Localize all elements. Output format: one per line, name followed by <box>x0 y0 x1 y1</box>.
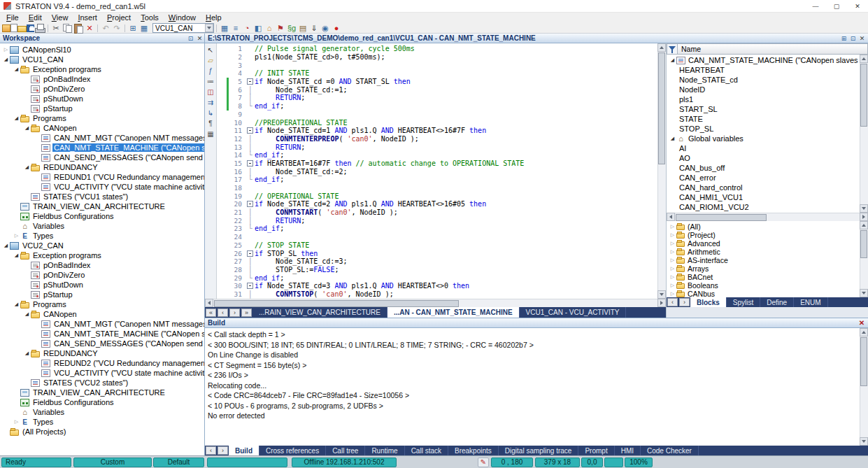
code-line[interactable]: 7│ RETURN; <box>217 94 657 102</box>
tree-item-vcu2-can[interactable]: ◢VCU2_CAN <box>0 241 204 250</box>
output-tab-prompt[interactable]: Prompt <box>578 446 614 455</box>
flag-icon[interactable]: ⚑ <box>275 23 286 33</box>
block-group-all[interactable]: ▷(All) <box>667 222 860 231</box>
fold-marker[interactable] <box>246 250 255 257</box>
scroll-thumb[interactable] <box>214 300 459 307</box>
menu-window[interactable]: Window <box>164 13 201 23</box>
block-group-booleans[interactable]: ▷Booleans <box>667 281 860 290</box>
menu-tools[interactable]: Tools <box>136 13 164 23</box>
tree-item-all-projects[interactable]: (All Projects) <box>0 427 204 437</box>
tree-item-exception-programs[interactable]: ◢Exception programs <box>0 64 204 74</box>
tree-item-types[interactable]: ▷ETypes <box>0 417 204 427</box>
expander-icon[interactable]: ▷ <box>669 291 676 297</box>
expander-icon[interactable]: ▷ <box>669 249 676 255</box>
scroll-thumb[interactable] <box>860 337 867 386</box>
fold-marker[interactable] <box>246 160 255 166</box>
code-line[interactable]: 18 <box>217 184 657 192</box>
output-tab-build[interactable]: Build <box>229 446 259 455</box>
tree-item-can-nmt-mgt-canopen-nmt-messages-manage[interactable]: CAN_NMT_MGT ("Canopen NMT messages manag… <box>0 133 204 143</box>
expander-icon[interactable]: ◢ <box>669 57 676 63</box>
insert-comment-icon[interactable]: ¶ <box>206 118 216 129</box>
tree-item-variables[interactable]: ⌂Variables <box>0 407 204 417</box>
minimize-button[interactable]: — <box>805 0 826 13</box>
tree-item-canopensl10[interactable]: ▷CANopenSl10 <box>0 45 204 55</box>
expander-icon[interactable]: ▷ <box>669 274 676 280</box>
tree-item-exception-programs[interactable]: ◢Exception programs <box>0 250 204 260</box>
code-line[interactable]: 31│ CONMTSTOP( 'can0', NodeID ); <box>217 290 657 299</box>
code-line[interactable]: 21│ CONMTSTART( 'can0', NodeID ); <box>217 208 657 217</box>
name-column-header[interactable]: Name <box>678 43 868 55</box>
tree-item-vcu-activity-vcu-state-machine-activity[interactable]: VCU_ACTIVITY ("VCU state machine activit… <box>0 182 204 192</box>
tabs-first-button[interactable]: « <box>206 309 216 317</box>
scroll-down-button[interactable] <box>657 290 666 299</box>
expander-icon[interactable]: ◢ <box>23 164 31 170</box>
tree-item-can-nmt-state-machine-canopen-slaves-sta[interactable]: CAN_NMT_STATE_MACHINE ("CANopen slaves s… <box>0 329 204 339</box>
blocks-tab-blocks[interactable]: Blocks <box>690 297 727 307</box>
fieldbus-config-icon[interactable]: ≡ <box>230 23 241 33</box>
tree-item-can-nmt-state-machine-canopen-slaves-sta[interactable]: CAN_NMT_STATE_MACHINE ("CANopen slaves s… <box>0 143 204 153</box>
variable-item-pls1[interactable]: pls1 <box>667 94 860 104</box>
fold-marker[interactable] <box>246 283 255 289</box>
variable-item-nodeid[interactable]: NodeID <box>667 85 860 94</box>
variables-horizontal-scrollbar[interactable] <box>667 213 868 221</box>
expander-icon[interactable]: ▷ <box>669 224 676 229</box>
tree-item-vcu-activity-vcu-state-machine-activity[interactable]: VCU_ACTIVITY ("VCU state machine activit… <box>0 368 204 378</box>
variable-item-can-hard-control[interactable]: CAN_hard_control <box>667 183 860 192</box>
variable-item-ao[interactable]: AO <box>667 153 860 163</box>
editor-horizontal-scrollbar[interactable] <box>205 299 666 307</box>
expander-icon[interactable]: ◢ <box>2 57 10 62</box>
output-tab-hmi[interactable]: HMI <box>615 446 641 455</box>
tree-item-canopen[interactable]: ◢CANopen <box>0 309 204 319</box>
code-line[interactable]: 30if Node_STATE_cd=3 AND pls1.Q AND HEAR… <box>217 282 657 290</box>
insert-contact-icon[interactable]: ◫ <box>206 87 216 97</box>
expander-icon[interactable]: ▷ <box>669 232 676 238</box>
scroll-up-button[interactable] <box>860 221 868 229</box>
expander-icon[interactable]: ▷ <box>13 419 20 425</box>
variable-item-state[interactable]: STATE <box>667 114 860 124</box>
block-group-as-interface[interactable]: ▷AS-interface <box>667 256 860 264</box>
watch-icon[interactable]: ◔ <box>241 23 252 33</box>
insert-fb-icon[interactable]: ƒ <box>206 66 216 76</box>
block-group-bacnet[interactable]: ▷BACnet <box>667 273 860 281</box>
code-line[interactable]: 19// OPERATIONAL STATE <box>217 192 657 200</box>
fold-marker[interactable] <box>246 201 255 207</box>
blocks-tab-define[interactable]: Define <box>760 297 794 307</box>
menu-view[interactable]: View <box>47 13 73 23</box>
new-project-icon[interactable] <box>2 24 10 32</box>
expander-icon[interactable]: ▷ <box>13 233 20 239</box>
tree-item-programs[interactable]: ◢Programs <box>0 113 204 123</box>
block-group-project[interactable]: ▷(Project) <box>667 231 860 239</box>
doc-tab-rain-view-can-architecture[interactable]: ...RAIN_VIEW_CAN_ARCHITECTURE <box>252 307 387 318</box>
expander-icon[interactable]: ▷ <box>669 241 676 246</box>
close-button[interactable]: ✕ <box>847 0 868 13</box>
scroll-left-button[interactable] <box>205 299 213 307</box>
expander-icon[interactable]: ◢ <box>13 302 20 307</box>
output-tab-call-stack[interactable]: Call stack <box>405 446 448 455</box>
code-line[interactable]: 23└end_if; <box>217 225 657 233</box>
tree-item-pshutdown[interactable]: pShutDown <box>0 280 204 290</box>
code-line[interactable]: 13│ RETURN; <box>217 143 657 151</box>
code-line[interactable]: 5if Node_STATE_cd =0 AND START_SL then <box>217 78 657 86</box>
download-icon[interactable]: ⇓ <box>308 23 320 33</box>
scroll-up-button[interactable] <box>860 55 868 63</box>
code-line[interactable]: 29└end_if; <box>217 274 657 282</box>
code-line[interactable]: 17└end_if; <box>217 176 657 184</box>
io-board-icon[interactable]: ▦ <box>219 23 230 33</box>
expander-icon[interactable]: ◢ <box>23 350 31 356</box>
fold-marker[interactable] <box>246 127 255 134</box>
scroll-down-button[interactable] <box>860 204 868 213</box>
expander-icon[interactable]: ◢ <box>2 243 10 248</box>
maximize-button[interactable]: ▢ <box>826 0 847 13</box>
menu-project[interactable]: Project <box>102 13 136 23</box>
variable-item-can-riom1-vcu2[interactable]: CAN_RIOM1_VCU2 <box>667 202 860 212</box>
dictionary-icon[interactable]: ▤ <box>297 23 308 33</box>
code-line[interactable]: 8└end_if; <box>217 102 657 111</box>
tree-item-redund1-vcu-redundancy-management[interactable]: REDUND1 ("VCU Redundancy management") <box>0 172 204 182</box>
doc-tab-an-can-nmt-state-machine[interactable]: ...AN - CAN_NMT_STATE_MACHINE <box>387 307 520 318</box>
tree-item-ponbadindex[interactable]: pOnBadIndex <box>0 260 204 270</box>
menu-insert[interactable]: Insert <box>73 13 102 23</box>
tree-item-fieldbus-configurations[interactable]: Fieldbus Configurations <box>0 211 204 221</box>
variable-item-node-state-cd[interactable]: Node_STATE_cd <box>667 75 860 85</box>
library-icon[interactable]: ⊞ <box>127 23 138 33</box>
expander-icon[interactable]: ◢ <box>13 253 20 258</box>
